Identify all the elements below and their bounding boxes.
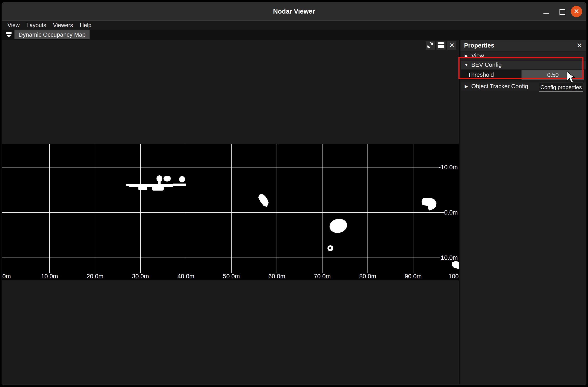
occupancy-map-panel: ✕ 0.0m10.0m20.0m30.0m40.0m50.0m60.0m70.0…: [2, 40, 459, 384]
occupied-cell-blob: [164, 176, 171, 182]
occupied-cell-blob: [152, 186, 164, 191]
map-toolbar: ✕: [426, 41, 456, 50]
panel-icon[interactable]: [437, 41, 445, 50]
threshold-label: Threshold: [461, 71, 494, 78]
properties-close-icon[interactable]: ✕: [575, 41, 584, 50]
properties-header: Properties ✕: [461, 40, 586, 51]
menu-help[interactable]: Help: [80, 22, 91, 28]
occupied-cell-blob: [179, 176, 185, 182]
bev-occupancy-grid[interactable]: 0.0m10.0m20.0m30.0m40.0m50.0m60.0m70.0m8…: [2, 144, 459, 280]
chevron-right-icon: ▶: [461, 53, 471, 58]
row-label: Object Tracker Config: [471, 83, 528, 90]
property-row-bev-config[interactable]: ▼ BEV Config: [461, 61, 586, 69]
menu-bar: View Layouts Viewers Help: [2, 21, 586, 30]
x-axis-tick-label: 60.0m: [268, 273, 285, 280]
x-axis-tick-label: 90.0m: [405, 273, 421, 280]
x-axis-tick-label: 40.0m: [177, 273, 194, 280]
x-axis-tick-label: 100.0m: [448, 273, 459, 280]
x-axis-tick-label: 70.0m: [314, 273, 331, 280]
y-axis-tick-label: 10.0m: [441, 254, 458, 261]
occupied-cell-blob: [156, 175, 162, 182]
menu-view[interactable]: View: [7, 22, 20, 28]
y-axis-tick-label: -10.0m: [439, 164, 458, 171]
row-label: BEV Config: [471, 61, 502, 68]
minimize-icon: [544, 13, 549, 14]
x-axis-tick-label: 80.0m: [359, 273, 376, 280]
y-axis-tick-label: 0.0m: [444, 209, 458, 216]
x-axis-tick-label: 30.0m: [132, 273, 149, 280]
close-window-button[interactable]: ✕: [571, 6, 582, 17]
properties-title: Properties: [464, 40, 494, 51]
property-row-threshold: Threshold 0.50: [461, 70, 586, 80]
occupied-cell-blob: [329, 247, 331, 250]
minimize-button[interactable]: [542, 7, 550, 16]
tooltip: Config properties: [539, 83, 583, 92]
occupied-cell-blob: [129, 184, 173, 187]
occupied-cell-blob: [138, 186, 147, 190]
x-axis-tick-label: 20.0m: [86, 273, 103, 280]
tab-dynamic-occupancy-map[interactable]: Dynamic Occupancy Map: [15, 30, 89, 39]
x-axis-tick-label: 10.0m: [41, 273, 58, 280]
maximize-button[interactable]: [558, 7, 566, 16]
window-title: Nodar Viewer: [2, 2, 586, 20]
app-window: Nodar Viewer ✕ View Layouts Viewers Help…: [2, 2, 586, 384]
occupied-cell-blob: [173, 183, 186, 186]
chevron-right-icon: ▶: [461, 84, 471, 89]
menu-layouts[interactable]: Layouts: [26, 22, 46, 28]
chevron-down-icon: ▼: [461, 63, 471, 68]
title-bar: Nodar Viewer ✕: [2, 2, 586, 21]
occupied-cell-blob: [158, 182, 161, 184]
x-axis-tick-label: 0.0m: [2, 273, 11, 280]
property-row-view[interactable]: ▶ View: [461, 52, 586, 60]
menu-viewers[interactable]: Viewers: [53, 22, 73, 28]
x-axis-tick-label: 50.0m: [223, 273, 240, 280]
collapse-panel-icon[interactable]: [5, 31, 13, 39]
tab-bar: Dynamic Occupancy Map: [2, 30, 586, 40]
threshold-value-field[interactable]: 0.50: [522, 70, 584, 80]
refresh-icon[interactable]: [426, 41, 435, 50]
row-label: View: [471, 52, 484, 59]
bev-background: [2, 144, 459, 280]
close-icon[interactable]: ✕: [447, 41, 456, 50]
maximize-icon: [560, 9, 565, 15]
